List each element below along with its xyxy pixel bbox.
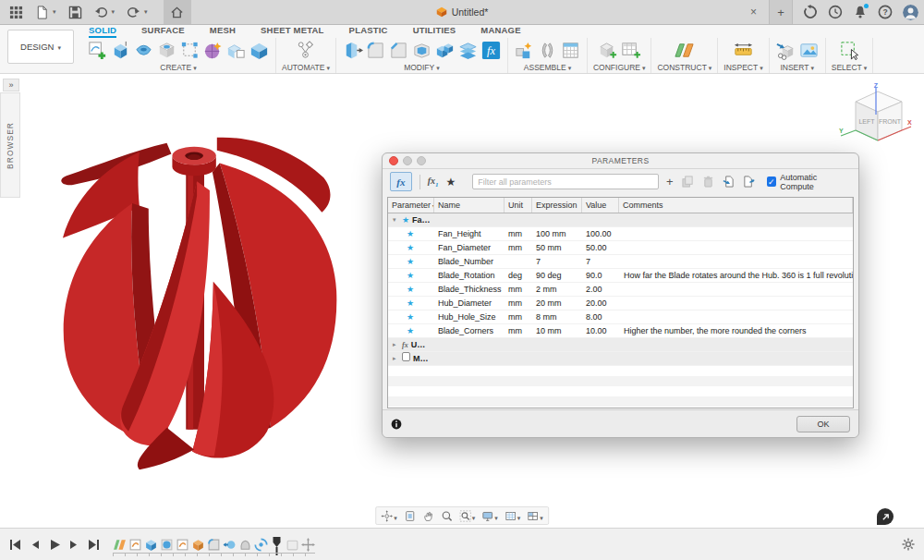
save-icon[interactable] bbox=[68, 6, 82, 19]
expression-cell[interactable]: 2 mm bbox=[532, 283, 582, 296]
configuration-table-icon[interactable] bbox=[620, 40, 641, 61]
name-cell[interactable] bbox=[434, 338, 505, 351]
tab-mesh[interactable]: MESH bbox=[210, 25, 236, 38]
name-cell[interactable]: Blade_Number bbox=[434, 255, 505, 268]
section-label-construct[interactable]: CONSTRUCT bbox=[657, 63, 711, 72]
settings-gear-icon[interactable] bbox=[902, 538, 915, 551]
export-parameters-icon[interactable] bbox=[743, 176, 755, 188]
delete-parameter-icon[interactable] bbox=[702, 176, 714, 188]
fan-model[interactable] bbox=[28, 125, 379, 481]
unit-cell[interactable] bbox=[505, 213, 532, 226]
file-menu-caret-icon[interactable]: ▾ bbox=[53, 8, 56, 16]
favorite-star-icon[interactable]: ★ bbox=[407, 283, 414, 296]
comments-cell[interactable] bbox=[619, 213, 853, 226]
extrude-icon[interactable] bbox=[110, 40, 131, 61]
redo-icon[interactable] bbox=[127, 6, 140, 19]
tl-ghost-icon[interactable] bbox=[286, 538, 299, 552]
redo-caret-icon[interactable]: ▾ bbox=[144, 8, 148, 16]
parameter-row[interactable]: ★Hub_Diametermm20 mm20.00 bbox=[388, 297, 853, 310]
parameter-cell[interactable]: ★ bbox=[388, 283, 434, 296]
parameter-row[interactable]: ★Fan_Heightmm100 mm100.00 bbox=[388, 227, 853, 241]
expression-cell[interactable]: 8 mm bbox=[532, 310, 582, 323]
name-cell[interactable]: Hub_Hole_Size bbox=[434, 310, 505, 323]
comments-cell[interactable]: How far the Blade rotates around the Hub… bbox=[619, 269, 853, 282]
notifications-bell-icon[interactable] bbox=[853, 5, 868, 19]
comments-cell[interactable] bbox=[619, 310, 853, 323]
unit-cell[interactable]: deg bbox=[505, 269, 532, 282]
value-cell[interactable]: 50.00 bbox=[582, 241, 619, 254]
section-label-assemble[interactable]: ASSEMBLE bbox=[524, 63, 571, 72]
value-cell[interactable] bbox=[582, 352, 619, 365]
add-parameter-button[interactable]: + bbox=[666, 176, 674, 188]
section-label-automate[interactable]: AUTOMATE bbox=[282, 63, 330, 72]
favorite-star-icon[interactable]: ★ bbox=[407, 297, 414, 310]
expand-chevron-icon[interactable]: ▾ bbox=[393, 213, 400, 226]
unit-cell[interactable] bbox=[505, 338, 532, 351]
tab-surface[interactable]: SURFACE bbox=[141, 25, 185, 38]
expression-cell[interactable] bbox=[532, 352, 582, 365]
create-form-icon[interactable] bbox=[202, 40, 224, 61]
hole-icon[interactable] bbox=[156, 40, 177, 61]
automate-icon[interactable] bbox=[295, 40, 316, 61]
expression-cell[interactable]: 50 mm bbox=[532, 241, 582, 254]
parameter-row[interactable]: ★Blade_Number77 bbox=[388, 255, 853, 269]
tl-move-icon[interactable] bbox=[301, 538, 315, 552]
browser-panel-collapsed[interactable]: BROWSER bbox=[0, 92, 20, 198]
ok-button[interactable]: OK bbox=[796, 416, 850, 432]
import-parameters-icon[interactable] bbox=[723, 176, 735, 188]
display-settings-button[interactable] bbox=[481, 507, 498, 524]
chamfer-icon[interactable] bbox=[388, 40, 409, 61]
create-sketch-icon[interactable] bbox=[87, 40, 108, 61]
zoom-button[interactable] bbox=[441, 510, 453, 522]
expression-cell[interactable]: 7 bbox=[532, 255, 582, 268]
comments-cell[interactable] bbox=[619, 338, 853, 351]
parameter-cell[interactable]: ★ bbox=[388, 324, 434, 337]
split-body-icon[interactable] bbox=[457, 40, 479, 61]
dropdown-caret-icon[interactable] bbox=[540, 507, 543, 524]
value-cell[interactable]: 7 bbox=[582, 255, 619, 268]
tl-circular-icon[interactable] bbox=[254, 538, 268, 552]
unit-cell[interactable]: mm bbox=[505, 283, 532, 296]
section-label-modify[interactable]: MODIFY bbox=[404, 63, 440, 72]
parameter-cell[interactable]: ★ bbox=[388, 269, 434, 282]
favorite-star-icon[interactable]: ★ bbox=[407, 324, 414, 337]
parameters-view-button[interactable]: fx bbox=[390, 172, 412, 191]
tl-press-icon[interactable] bbox=[223, 538, 237, 552]
name-cell[interactable]: Blade_Corners bbox=[434, 324, 505, 337]
tl-sketch-icon[interactable] bbox=[176, 538, 189, 552]
revolve-icon[interactable] bbox=[133, 40, 154, 61]
parameter-group-row[interactable]: ▸M… bbox=[388, 352, 853, 366]
play-icon[interactable] bbox=[48, 539, 61, 552]
favorite-star-icon[interactable]: ★ bbox=[407, 310, 414, 323]
new-tab-button[interactable]: + bbox=[769, 0, 793, 24]
parameter-row[interactable]: ★Blade_Rotationdeg90 deg90.0How far the … bbox=[388, 269, 853, 283]
expression-cell[interactable]: 10 mm bbox=[532, 324, 582, 337]
value-cell[interactable] bbox=[582, 213, 619, 226]
shell-icon[interactable] bbox=[411, 40, 432, 61]
section-label-insert[interactable]: INSERT bbox=[780, 63, 814, 72]
parameter-group-row[interactable]: ▸fxU… bbox=[388, 338, 853, 352]
grid-layout-button[interactable] bbox=[505, 507, 521, 524]
change-parameters-icon[interactable]: fx bbox=[480, 40, 502, 61]
info-icon[interactable] bbox=[391, 419, 402, 430]
construction-plane-icon[interactable] bbox=[674, 40, 695, 61]
insert-derive-icon[interactable] bbox=[775, 40, 796, 61]
automatic-compute-checkbox[interactable] bbox=[767, 177, 777, 187]
comments-cell[interactable] bbox=[619, 297, 853, 310]
timeline-ruler[interactable] bbox=[113, 553, 315, 556]
name-cell[interactable] bbox=[434, 352, 505, 365]
parameter-cell[interactable]: ★ bbox=[388, 241, 434, 254]
value-cell[interactable]: 20.00 bbox=[582, 297, 619, 310]
tl-pattern-icon[interactable] bbox=[191, 538, 205, 552]
comments-cell[interactable]: Higher the number, the more rounded the … bbox=[619, 324, 853, 337]
pan-button[interactable] bbox=[422, 510, 434, 522]
value-cell[interactable]: 100.00 bbox=[582, 227, 619, 240]
fit-button[interactable] bbox=[459, 507, 476, 524]
value-cell[interactable]: 2.00 bbox=[582, 283, 619, 296]
new-component-icon[interactable] bbox=[514, 40, 535, 61]
value-cell[interactable]: 8.00 bbox=[582, 310, 619, 323]
expand-chevron-icon[interactable]: ▸ bbox=[393, 352, 400, 365]
step-forward-icon[interactable] bbox=[67, 539, 80, 552]
expression-cell[interactable]: 90 deg bbox=[532, 269, 582, 282]
value-cell[interactable]: 10.00 bbox=[582, 324, 619, 337]
